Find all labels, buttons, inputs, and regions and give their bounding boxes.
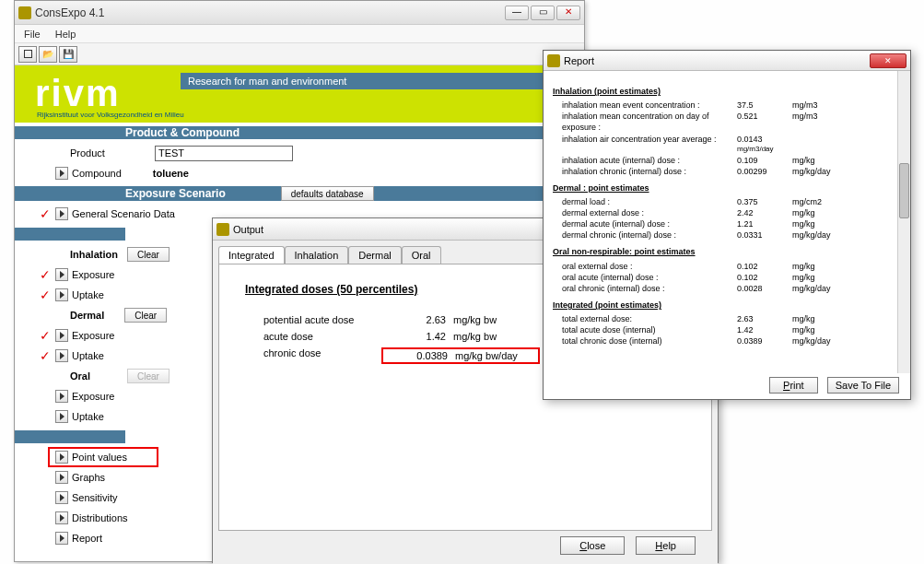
expos-header: Expos — [15, 228, 125, 241]
dose-value: 0.0389 — [383, 350, 448, 361]
dose-label: chronic dose — [245, 347, 374, 364]
product-input[interactable] — [155, 146, 293, 161]
close-button[interactable]: ✕ — [556, 6, 580, 20]
exposure-label[interactable]: Exposure — [72, 269, 114, 280]
point-values-label[interactable]: Point values — [72, 452, 127, 463]
uptake-label[interactable]: Uptake — [72, 350, 104, 361]
uptake-expand[interactable] — [55, 349, 68, 362]
title-bar: ConsExpo 4.1 — ▭ ✕ — [15, 1, 584, 25]
report-label[interactable]: Report — [72, 533, 102, 544]
report-window: Report ✕ Inhalation (point estimates) in… — [543, 50, 911, 400]
tab-integrated[interactable]: Integrated — [218, 246, 285, 264]
dose-unit: mg/kg bw — [453, 331, 536, 342]
dermal-clear-button[interactable]: Clear — [124, 308, 167, 323]
oral-label: Oral — [70, 370, 90, 382]
new-button[interactable] — [18, 46, 37, 63]
point-values-expand[interactable] — [55, 451, 68, 464]
report-section-dermal: Dermal : point estimates — [553, 182, 905, 194]
dose-value: 2.63 — [381, 314, 446, 325]
inhalation-label: Inhalation — [70, 249, 118, 260]
tab-oral[interactable]: Oral — [402, 246, 441, 264]
report-title-bar: Report ✕ — [544, 51, 910, 71]
help-menu[interactable]: Help — [52, 27, 80, 41]
compound-expand[interactable] — [55, 167, 68, 180]
report-close-button[interactable]: ✕ — [870, 53, 906, 68]
save-button[interactable]: 💾 — [59, 46, 77, 63]
scrollbar-thumb[interactable] — [899, 163, 909, 218]
exposure-label[interactable]: Exposure — [72, 330, 114, 341]
output-window-title: Output — [233, 224, 263, 235]
output-close-button[interactable]: Close — [560, 536, 625, 555]
uptake-label[interactable]: Uptake — [72, 289, 104, 300]
sensitivity-label[interactable]: Sensitivity — [72, 492, 118, 503]
uptake-expand[interactable] — [55, 288, 68, 301]
checkmark-icon: ✓ — [39, 348, 52, 363]
report-print-button[interactable]: Print — [769, 377, 818, 394]
general-scenario-label[interactable]: General Scenario Data — [72, 208, 175, 219]
banner-research-text: Research for man and environment — [181, 73, 567, 89]
inhalation-clear-button[interactable]: Clear — [127, 247, 170, 262]
report-body: Inhalation (point estimates) inhalation … — [544, 71, 910, 373]
report-scrollbar[interactable] — [897, 71, 910, 373]
menu-bar: File Help — [15, 25, 584, 43]
compound-label: Compound — [72, 168, 122, 179]
checkmark-icon: ✓ — [39, 267, 52, 282]
exposure-expand[interactable] — [55, 329, 68, 342]
report-title-text: Report — [564, 55, 594, 66]
dose-unit: mg/kg bw — [453, 314, 536, 325]
report-section-inhalation: Inhalation (point estimates) — [553, 86, 905, 97]
checkmark-icon: ✓ — [39, 288, 52, 302]
graphs-label[interactable]: Graphs — [72, 472, 105, 483]
app-title: ConsExpo 4.1 — [35, 6, 104, 19]
dermal-label: Dermal — [70, 310, 104, 321]
report-save-button[interactable]: Save To File — [827, 377, 899, 394]
minimize-button[interactable]: — — [505, 6, 529, 20]
tab-dermal[interactable]: Dermal — [348, 246, 401, 264]
exposure-expand[interactable] — [55, 390, 68, 403]
oral-clear-button[interactable]: Clear — [127, 369, 170, 383]
app-icon — [216, 223, 229, 236]
app-icon — [547, 54, 560, 67]
output-help-button[interactable]: Help — [636, 536, 696, 555]
distributions-label[interactable]: Distributions — [72, 512, 128, 523]
product-label: Product — [70, 147, 105, 159]
exposure-scenario-header: Exposure Scenariodefaults database — [15, 186, 584, 201]
banner: Research for man and environment rivm Ri… — [15, 65, 584, 123]
tab-inhalation[interactable]: Inhalation — [285, 246, 349, 264]
banner-subtitle: Rijksinstituut voor Volksgezondheid en M… — [37, 111, 184, 119]
report-section-integrated: Integrated (point estimates) — [553, 300, 905, 311]
compound-value: toluene — [153, 168, 189, 179]
report-section-oral: Oral non-respirable: point estimates — [553, 246, 905, 257]
graphs-expand[interactable] — [55, 471, 68, 484]
open-button[interactable]: 📂 — [39, 46, 57, 63]
output-header: Output — [15, 430, 125, 443]
dose-unit: mg/kg bw/day — [455, 350, 538, 361]
dose-label: acute dose — [245, 331, 374, 342]
uptake-expand[interactable] — [55, 410, 68, 423]
report-expand[interactable] — [55, 532, 68, 545]
dose-value: 1.42 — [381, 331, 446, 342]
distributions-expand[interactable] — [55, 511, 68, 524]
checkmark-icon: ✓ — [39, 328, 52, 343]
defaults-database-button[interactable]: defaults database — [281, 186, 374, 201]
general-scenario-expand[interactable] — [55, 207, 68, 220]
app-icon — [18, 6, 31, 19]
exposure-expand[interactable] — [55, 268, 68, 281]
product-compound-header: Product & Compound — [15, 126, 584, 139]
file-menu[interactable]: File — [20, 27, 44, 41]
chronic-highlight: 0.0389 mg/kg bw/day — [381, 347, 540, 364]
maximize-button[interactable]: ▭ — [531, 6, 555, 20]
uptake-label[interactable]: Uptake — [72, 411, 104, 422]
exposure-label[interactable]: Exposure — [72, 391, 114, 402]
sensitivity-expand[interactable] — [55, 491, 68, 504]
dose-label: potential acute dose — [245, 314, 374, 325]
toolbar: 📂 💾 — [15, 43, 584, 65]
checkmark-icon: ✓ — [39, 206, 52, 221]
